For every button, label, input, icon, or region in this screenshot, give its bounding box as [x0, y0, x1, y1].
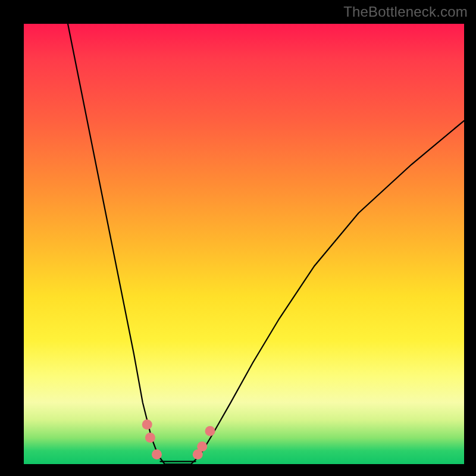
curve-paths [68, 24, 464, 464]
plot-area [24, 24, 464, 464]
marker-dot-2 [152, 449, 162, 459]
watermark-text: TheBottleneck.com [343, 4, 468, 20]
chart-frame: TheBottleneck.com [0, 0, 476, 476]
series-left-branch [68, 24, 165, 464]
curve-svg [24, 24, 464, 464]
marker-dot-4 [197, 441, 207, 452]
series-right-branch [191, 121, 464, 464]
marker-dot-5 [205, 426, 215, 436]
marker-dots [142, 419, 215, 462]
marker-dot-0 [142, 419, 152, 430]
marker-dot-1 [145, 433, 155, 443]
